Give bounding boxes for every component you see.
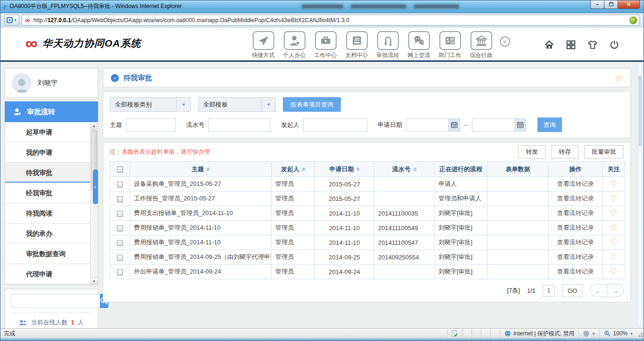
- address-input[interactable]: ∞ http://127.0.0.1/OAapp/WebObjects/OAap…: [22, 15, 640, 25]
- nav-item-shortcuts[interactable]: 快捷方式: [251, 31, 276, 59]
- cell-form-data: [487, 250, 549, 265]
- cell-date: 2014-11-10: [315, 235, 374, 250]
- serial-input[interactable]: [208, 118, 271, 132]
- column-header[interactable]: 流水号≡: [374, 162, 435, 177]
- nav-item-dept-work[interactable]: 部门工作: [438, 31, 462, 59]
- cell-form-data: [487, 221, 549, 235]
- table-row[interactable]: 工作报告_管理员_2015-05-27管理员2015-05-27管理员和申请人查…: [110, 191, 625, 206]
- sidebar-menu-item[interactable]: 待我阅读: [5, 203, 98, 224]
- maximize-button[interactable]: [604, 0, 618, 9]
- column-header[interactable]: 发起人≡: [272, 162, 315, 177]
- row-checkbox[interactable]: [117, 196, 123, 202]
- sort-icon[interactable]: ≡: [302, 166, 305, 173]
- table-row[interactable]: 外出申请单_管理员_2014-09-24管理员2014-09-24刘晓宇[审批]…: [110, 265, 625, 279]
- table-row[interactable]: 费用报销单_管理员_2014-11-10管理员2014-11-102014111…: [110, 221, 625, 235]
- sidebar-search-input[interactable]: [11, 294, 100, 308]
- initiator-input[interactable]: [303, 118, 367, 132]
- view-flow-record-link[interactable]: 查看流转记录: [557, 209, 594, 216]
- nav-item-admin[interactable]: 综合行政: [469, 31, 494, 59]
- nav-item-approval-flow[interactable]: 审批流转: [375, 31, 400, 59]
- action-button[interactable]: 转发: [518, 145, 545, 158]
- theme-tshirt-icon[interactable]: [587, 40, 598, 50]
- favorite-heart-icon[interactable]: ♡: [610, 209, 617, 218]
- table-row[interactable]: 设备采购单_管理员_2015-05-27管理员2015-05-27申请人查看流转…: [110, 177, 625, 191]
- nav-item-personal-office[interactable]: 个人办公: [282, 31, 307, 59]
- go-button[interactable]: GO: [562, 284, 583, 297]
- view-flow-record-link[interactable]: 查看流转记录: [557, 180, 594, 187]
- favorite-heart-icon[interactable]: ♡: [610, 253, 617, 262]
- row-checkbox[interactable]: [117, 211, 123, 217]
- sidebar-menu-item[interactable]: 代理申请: [5, 264, 98, 284]
- status-security-zone[interactable]: Internet | 保护模式: 禁用: [500, 329, 578, 338]
- favorite-heart-icon[interactable]: ♡: [610, 267, 617, 276]
- favorite-heart-icon[interactable]: ♡: [610, 224, 617, 233]
- security-addon-icon[interactable]: [629, 17, 637, 24]
- scroll-up-icon[interactable]: ▲: [91, 122, 98, 129]
- view-flow-record-link[interactable]: 查看流转记录: [557, 253, 594, 260]
- column-header[interactable]: 主题≡: [130, 162, 272, 177]
- date-to-input[interactable]: [472, 118, 514, 132]
- table-row[interactable]: 费用报销单_管理员_2014-11-10管理员2014-11-102014111…: [110, 235, 625, 250]
- favorite-heart-icon[interactable]: ♡: [610, 180, 617, 189]
- status-compat-button[interactable]: ▼: [578, 329, 599, 338]
- calendar-icon[interactable]: [448, 118, 460, 132]
- row-checkbox[interactable]: [117, 269, 123, 275]
- power-icon[interactable]: [609, 40, 619, 50]
- favorite-star-icon[interactable]: ☆: [615, 73, 623, 83]
- table-row[interactable]: 费用报销单_管理员_2014-09-25（由刘晓宇代理申请）管理员2014-09…: [110, 250, 625, 265]
- sidebar-section-approval-flow[interactable]: 审批流转: [5, 101, 98, 122]
- row-checkbox[interactable]: [117, 255, 123, 261]
- next-page-icon[interactable]: →: [607, 284, 623, 297]
- sidebar-menu-item[interactable]: 我的申请: [5, 142, 98, 163]
- action-button[interactable]: 批量审批: [584, 145, 624, 158]
- scroll-down-icon[interactable]: ▼: [91, 277, 98, 284]
- nav-item-doc-center[interactable]: 文档中心: [344, 31, 369, 59]
- safety-shield-button[interactable]: + ▼: [4, 15, 19, 25]
- row-checkbox[interactable]: [117, 182, 123, 188]
- form-item-query-button[interactable]: 按表单项目查询: [283, 97, 341, 112]
- add-module-button[interactable]: +: [500, 36, 510, 47]
- favorite-heart-icon[interactable]: ♡: [610, 194, 617, 203]
- nav-item-online-chat[interactable]: 网上交流: [406, 31, 431, 59]
- template-category-select[interactable]: 全部模板类别 ▼: [110, 97, 191, 112]
- home-icon[interactable]: [544, 40, 555, 50]
- row-checkbox[interactable]: [117, 240, 123, 246]
- page-scrollbar[interactable]: [637, 63, 643, 327]
- subject-input[interactable]: [126, 118, 176, 132]
- sidebar-menu-item[interactable]: 待我审批: [5, 163, 98, 183]
- sort-icon[interactable]: ≡: [413, 166, 416, 173]
- view-flow-record-link[interactable]: 查看流转记录: [557, 268, 594, 275]
- status-zoom-control[interactable]: 100% ▼: [599, 329, 637, 338]
- date-from-input[interactable]: [406, 118, 448, 132]
- row-checkbox[interactable]: [117, 225, 123, 232]
- nav-item-work-center[interactable]: 工作中心: [313, 31, 338, 59]
- cell-process: 刘晓宇[审批]: [435, 206, 487, 221]
- query-button[interactable]: 查询: [537, 117, 562, 132]
- page-scrollbar-thumb[interactable]: [638, 75, 642, 146]
- action-button[interactable]: 转存: [551, 145, 578, 158]
- column-header[interactable]: 申请日期≡: [315, 162, 374, 177]
- sidebar-menu-item[interactable]: 经我审批: [5, 183, 98, 203]
- table-row[interactable]: 费用支出报销单_管理员_2014-11-10管理员2014-11-1020141…: [110, 206, 625, 221]
- close-button[interactable]: ✕: [618, 0, 640, 9]
- view-flow-record-link[interactable]: 查看流转记录: [557, 224, 594, 231]
- favorite-heart-icon[interactable]: ♡: [610, 238, 617, 247]
- avatar: [12, 73, 32, 93]
- apps-grid-icon[interactable]: [566, 40, 576, 50]
- status-text: 完成: [0, 329, 447, 338]
- sort-icon[interactable]: ≡: [206, 166, 209, 173]
- resize-grip[interactable]: [637, 329, 644, 338]
- view-flow-record-link[interactable]: 查看流转记录: [557, 195, 594, 202]
- sidebar-menu-item[interactable]: 起草申请: [5, 122, 98, 142]
- sidebar-menu-item[interactable]: 审批数据查询: [5, 244, 98, 264]
- sidebar-menu-item[interactable]: 我的承办: [5, 224, 98, 244]
- select-all-checkbox[interactable]: [117, 166, 123, 173]
- page-number-input[interactable]: [543, 285, 555, 297]
- prev-page-icon[interactable]: ←: [590, 284, 607, 297]
- calendar-icon[interactable]: [514, 118, 526, 132]
- sidebar-collapse-handle[interactable]: ‹: [93, 169, 98, 204]
- sort-icon[interactable]: ≡: [356, 166, 359, 173]
- view-flow-record-link[interactable]: 查看流转记录: [557, 239, 594, 246]
- template-select[interactable]: 全部模板 ▼: [198, 97, 276, 112]
- minimize-button[interactable]: –: [590, 0, 604, 9]
